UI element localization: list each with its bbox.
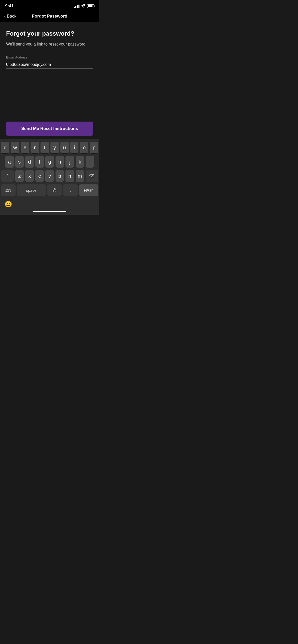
signal-icon [74,5,79,8]
key-e[interactable]: e [21,142,29,153]
key-s[interactable]: s [15,156,24,168]
key-r[interactable]: r [31,142,39,153]
key-m[interactable]: m [76,170,84,182]
key-g[interactable]: g [45,156,54,168]
key-u[interactable]: u [60,142,69,153]
key-w[interactable]: w [11,142,19,153]
key-o[interactable]: o [80,142,88,153]
back-button[interactable]: ‹ Back [4,14,16,19]
shift-key[interactable]: ⇧ [1,170,14,182]
email-input[interactable] [6,61,93,69]
key-z[interactable]: z [15,170,24,182]
key-l[interactable]: l [86,156,94,168]
at-key[interactable]: @ [47,184,62,196]
delete-key[interactable]: ⌫ [86,170,98,182]
space-key[interactable]: space [17,184,46,196]
key-k[interactable]: k [76,156,84,168]
status-bar: 9:41 [0,0,99,11]
nav-title: Forgot Password [32,14,67,19]
battery-icon [87,4,94,8]
keyboard: q w e r t y u i o p a s d f g h j k l ⇧ … [0,139,99,215]
back-chevron-icon: ‹ [4,14,6,19]
key-c[interactable]: c [35,170,44,182]
key-p[interactable]: p [90,142,98,153]
nav-bar: ‹ Back Forgot Password [0,11,99,22]
key-b[interactable]: b [56,170,64,182]
send-reset-button[interactable]: Send Me Reset Instructions [6,122,93,136]
key-y[interactable]: y [50,142,59,153]
keyboard-row-1: q w e r t y u i o p [1,142,98,153]
page-description: We'll send you a link to reset your pass… [6,41,93,47]
key-d[interactable]: d [25,156,34,168]
numbers-key[interactable]: 123 [1,184,16,196]
key-j[interactable]: j [65,156,74,168]
key-x[interactable]: x [25,170,34,182]
key-n[interactable]: n [65,170,74,182]
action-area: Send Me Reset Instructions [0,122,99,136]
key-q[interactable]: q [1,142,9,153]
emoji-key[interactable]: 😀 [5,201,12,208]
status-icons [74,4,94,8]
keyboard-row-2: a s d f g h j k l [1,156,98,168]
status-time: 9:41 [5,4,14,9]
page-heading: Forgot your password? [6,30,93,37]
key-f[interactable]: f [35,156,44,168]
email-label: Email Address [6,55,93,59]
wifi-icon [81,4,86,8]
key-a[interactable]: a [5,156,14,168]
home-indicator [33,211,66,212]
keyboard-row-3: ⇧ z x c v b n m ⌫ [1,170,98,182]
main-content: Forgot your password? We'll send you a l… [0,22,99,77]
email-form-group: Email Address [6,55,93,69]
key-h[interactable]: h [56,156,64,168]
keyboard-bottom: 😀 [1,199,98,209]
key-i[interactable]: i [70,142,79,153]
keyboard-row-4: 123 space @ . return [1,184,98,196]
return-key[interactable]: return [79,184,98,196]
key-v[interactable]: v [45,170,54,182]
key-t[interactable]: t [40,142,49,153]
dot-key[interactable]: . [63,184,78,196]
back-label: Back [7,14,17,19]
